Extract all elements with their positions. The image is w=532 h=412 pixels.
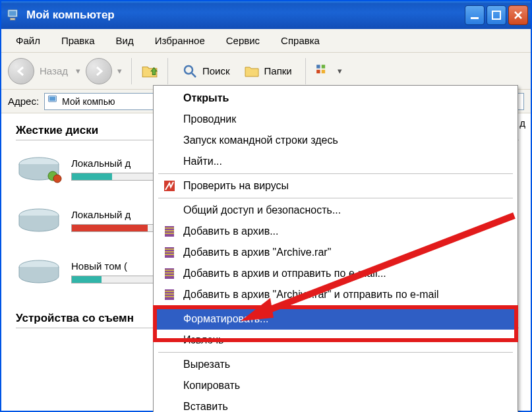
separator <box>167 58 168 84</box>
hdd-icon <box>16 255 62 288</box>
svg-point-15 <box>53 175 61 183</box>
svg-rect-12 <box>49 97 55 101</box>
address-value: Мой компью <box>62 96 115 107</box>
context-menu-separator <box>158 173 513 174</box>
folders-button[interactable]: Папки <box>239 60 296 82</box>
svg-rect-4 <box>492 11 500 19</box>
context-menu-item[interactable]: Извлечь <box>156 330 516 351</box>
context-menu-label: Открыть <box>183 92 229 104</box>
menu-file[interactable]: Файл <box>7 32 49 49</box>
svg-point-5 <box>185 66 192 74</box>
toolbar: Назад ▾ ▾ Поиск <box>1 53 531 90</box>
context-menu-label: Добавить в архив "Archive.rar" и отправи… <box>183 289 439 301</box>
search-label: Поиск <box>202 65 230 76</box>
my-computer-icon <box>47 94 59 108</box>
svg-rect-10 <box>322 69 325 73</box>
svg-rect-8 <box>316 69 320 73</box>
kaspersky-icon <box>162 179 177 193</box>
hdd-icon <box>16 204 62 237</box>
back-label: Назад <box>40 65 68 76</box>
context-menu-label: Запуск командной строки здесь <box>183 134 338 146</box>
separator <box>305 58 306 84</box>
menu-edit[interactable]: Правка <box>52 32 104 49</box>
context-menu-label: Проводник <box>183 113 236 125</box>
context-menu-label: Добавить в архив и отправить по e-mail..… <box>183 268 386 280</box>
chevron-down-icon[interactable]: ▾ <box>338 66 342 76</box>
menu-fav[interactable]: Избранное <box>146 32 214 49</box>
winrar-icon <box>162 287 177 302</box>
context-menu-item[interactable]: Запуск командной строки здесь <box>156 130 516 151</box>
context-menu-item[interactable]: Открыть <box>156 88 516 109</box>
context-menu-item[interactable]: Добавить в архив "Archive.rar" и отправи… <box>156 284 516 305</box>
svg-rect-30 <box>165 275 174 276</box>
svg-rect-34 <box>165 296 174 297</box>
menu-help[interactable]: Справка <box>272 32 329 49</box>
context-menu-label: Извлечь <box>183 334 223 346</box>
menu-view[interactable]: Вид <box>107 32 143 49</box>
svg-rect-21 <box>165 230 174 231</box>
context-menu-item[interactable]: Вырезать <box>156 354 516 375</box>
drive-name: Локальный д <box>71 209 157 220</box>
svg-rect-9 <box>322 65 325 68</box>
drive-name: Локальный д <box>71 158 157 169</box>
context-menu-item[interactable]: Добавить в архив... <box>156 221 516 242</box>
context-menu-label: Добавить в архив "Archive.rar" <box>183 247 331 258</box>
search-icon <box>181 63 198 80</box>
chevron-down-icon[interactable]: ▾ <box>117 66 122 76</box>
folders-icon <box>243 63 260 80</box>
minimize-button[interactable] <box>465 5 485 25</box>
context-menu-label: Найти... <box>183 156 222 167</box>
folders-label: Папки <box>264 65 292 76</box>
context-menu-label: Форматировать... <box>183 313 268 325</box>
context-menu-item[interactable]: Найти... <box>156 151 516 172</box>
svg-rect-3 <box>471 17 479 19</box>
menu-tools[interactable]: Сервис <box>217 32 269 49</box>
context-menu-item[interactable]: Копировать <box>156 375 516 396</box>
context-menu-item[interactable]: Добавить в архив и отправить по e-mail..… <box>156 263 516 284</box>
winrar-icon <box>162 224 177 239</box>
svg-rect-1 <box>9 11 16 16</box>
window-title: Мой компьютер <box>26 9 463 22</box>
my-computer-icon <box>7 8 21 22</box>
context-menu-label: Вставить <box>183 401 228 412</box>
svg-rect-2 <box>11 18 15 20</box>
separator <box>131 58 132 84</box>
svg-rect-26 <box>165 254 174 255</box>
close-button[interactable] <box>508 5 528 25</box>
context-menu-label: Добавить в архив... <box>183 225 279 237</box>
context-menu-item[interactable]: Вставить <box>156 396 516 412</box>
svg-line-6 <box>192 73 196 77</box>
context-menu-separator <box>158 352 513 353</box>
context-menu-item[interactable]: Добавить в архив "Archive.rar" <box>156 242 516 263</box>
svg-rect-32 <box>165 291 174 292</box>
context-menu-item[interactable]: Проводник <box>156 109 516 130</box>
usage-bar <box>71 224 157 232</box>
folder-up-icon[interactable] <box>141 63 158 80</box>
svg-rect-24 <box>165 249 174 250</box>
svg-rect-33 <box>165 293 174 295</box>
svg-rect-7 <box>316 65 320 68</box>
context-menu-item[interactable]: Проверить на вирусы <box>156 175 516 196</box>
context-menu-item[interactable]: Форматировать... <box>156 309 516 330</box>
maximize-button[interactable] <box>487 5 506 25</box>
views-icon[interactable] <box>315 63 332 80</box>
back-button[interactable] <box>8 58 34 84</box>
context-menu: ОткрытьПроводникЗапуск командной строки … <box>153 85 518 412</box>
usage-bar <box>71 173 157 181</box>
context-menu-item[interactable]: Общий доступ и безопасность... <box>156 200 516 221</box>
svg-rect-29 <box>165 272 174 274</box>
address-label: Адрес: <box>8 96 39 107</box>
context-menu-label: Вырезать <box>183 359 230 370</box>
winrar-icon <box>162 266 177 281</box>
hdd-icon <box>16 152 62 185</box>
chevron-down-icon[interactable]: ▾ <box>76 66 80 76</box>
search-button[interactable]: Поиск <box>177 60 234 82</box>
context-menu-label: Проверить на вирусы <box>183 180 289 192</box>
forward-button[interactable] <box>86 58 112 84</box>
context-menu-label: Общий доступ и безопасность... <box>183 204 341 216</box>
winrar-icon <box>162 245 177 260</box>
svg-rect-25 <box>165 251 174 252</box>
context-menu-label: Копировать <box>183 380 240 392</box>
truncated-text: д <box>519 117 525 129</box>
context-menu-separator <box>158 307 513 307</box>
